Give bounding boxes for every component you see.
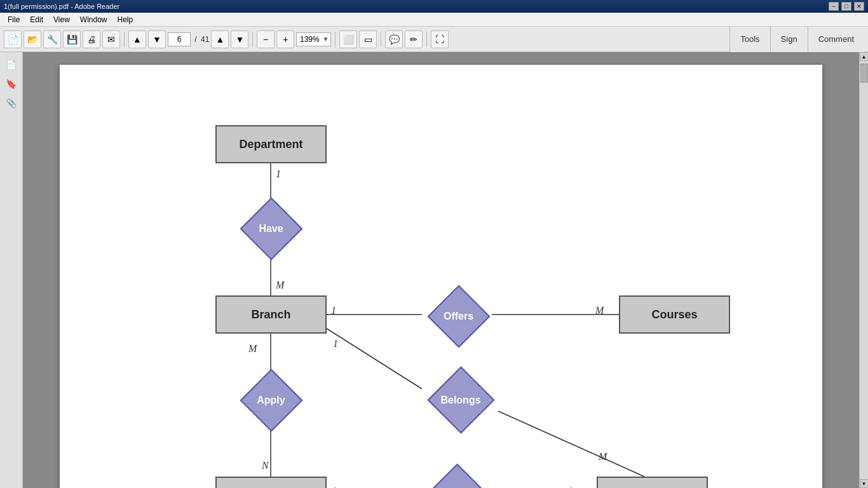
card-branch-belongs-1: 1: [333, 338, 338, 349]
properties-button[interactable]: 🔧: [43, 30, 61, 48]
first-page-button[interactable]: ▲: [128, 30, 146, 48]
title-bar-controls: − □ ✕: [829, 2, 864, 11]
scroll-down-button[interactable]: ▼: [860, 479, 869, 488]
card-belongs-student-m: M: [599, 451, 607, 463]
separator-2: [252, 32, 253, 47]
er-lines: [60, 65, 822, 488]
card-offers-courses-m: M: [595, 305, 604, 316]
separator-5: [426, 32, 427, 47]
card-applicant-selected-1: 1: [332, 485, 337, 488]
comment-panel-button[interactable]: Comment: [808, 27, 864, 52]
entity-courses: Courses: [619, 295, 730, 334]
zoom-control[interactable]: ▼: [296, 32, 331, 46]
menu-bar: File Edit View Window Help: [0, 13, 868, 27]
scroll-up-button[interactable]: ▲: [860, 52, 869, 61]
toolbar-right: Tools Sign Comment: [729, 27, 864, 52]
fit-page-button[interactable]: ⬜: [339, 30, 357, 48]
tools-button[interactable]: Tools: [729, 27, 770, 52]
fit-width-button[interactable]: ▭: [359, 30, 377, 48]
open-file-button[interactable]: 📂: [24, 30, 41, 48]
page-separator: /: [193, 35, 199, 44]
pdf-page: Department Branch Courses Applicant Stud…: [60, 65, 822, 488]
rel-belongs: Belongs: [419, 376, 502, 424]
card-branch-offers-1: 1: [331, 305, 336, 316]
left-sidebar: 📄 🔖 📎: [0, 52, 23, 488]
svg-line-9: [498, 411, 644, 477]
entity-department: Department: [215, 125, 327, 163]
zoom-input[interactable]: [297, 35, 322, 44]
zoom-out-button[interactable]: −: [257, 30, 275, 48]
email-button[interactable]: ✉: [102, 30, 120, 48]
entity-branch: Branch: [215, 295, 327, 334]
menu-window[interactable]: Window: [75, 14, 112, 25]
card-selected-student-1: 1: [568, 485, 573, 488]
menu-help[interactable]: Help: [112, 14, 139, 25]
zoom-dropdown-arrow[interactable]: ▼: [322, 36, 330, 43]
comment-button[interactable]: 💬: [385, 30, 403, 48]
menu-edit[interactable]: Edit: [25, 14, 48, 25]
entity-applicant: Applicant: [215, 477, 327, 488]
toolbar: 📄 📂 🔧 💾 🖨 ✉ ▲ ▼ 6 / 41 ▲ ▼ − + ▼ ⬜ ▭ 💬 ✏…: [0, 27, 868, 52]
card-branch-apply-m: M: [248, 343, 257, 355]
separator-4: [381, 32, 381, 47]
minimize-button[interactable]: −: [829, 2, 839, 11]
main-layout: 📄 🔖 📎: [0, 52, 868, 488]
separator-1: [124, 32, 125, 47]
sign-button[interactable]: Sign: [770, 27, 808, 52]
highlight-button[interactable]: ✏: [405, 30, 423, 48]
rel-have: Have: [234, 205, 308, 252]
page-total: 41: [201, 35, 209, 44]
pages-icon[interactable]: 📄: [4, 57, 19, 72]
rel-offers: Offers: [422, 292, 495, 340]
entity-student: Student: [597, 477, 708, 488]
zoom-in-button[interactable]: +: [276, 30, 294, 48]
read-mode-button[interactable]: ⛶: [431, 30, 449, 48]
svg-line-8: [327, 329, 422, 389]
attachments-icon[interactable]: 📎: [4, 95, 19, 111]
save-button[interactable]: 💾: [63, 30, 81, 48]
page-number-input[interactable]: 6: [168, 32, 191, 46]
rel-selected: Selected: [416, 473, 498, 488]
card-apply-applicant-n: N: [262, 460, 269, 471]
last-page-button[interactable]: ▼: [231, 30, 248, 48]
menu-file[interactable]: File: [3, 14, 25, 25]
title-bar: 1(full permission).pdf - Adobe Reader − …: [0, 0, 868, 13]
scroll-track[interactable]: [860, 61, 869, 479]
open-button[interactable]: 📄: [4, 30, 22, 48]
restore-button[interactable]: □: [841, 2, 851, 11]
pdf-area: Department Branch Courses Applicant Stud…: [23, 52, 859, 488]
card-dept-have-1: 1: [276, 168, 281, 180]
separator-3: [335, 32, 336, 47]
bookmarks-icon[interactable]: 🔖: [4, 76, 19, 92]
close-button[interactable]: ✕: [854, 2, 864, 11]
next-page-button[interactable]: ▲: [211, 30, 229, 48]
rel-apply: Apply: [234, 376, 308, 424]
menu-view[interactable]: View: [48, 14, 75, 25]
right-scrollbar: ▲ ▼: [859, 52, 868, 488]
card-have-branch-m: M: [276, 280, 284, 291]
print-button[interactable]: 🖨: [83, 30, 100, 48]
title-bar-title: 1(full permission).pdf - Adobe Reader: [4, 3, 119, 10]
prev-page-button[interactable]: ▼: [148, 30, 166, 48]
scroll-thumb[interactable]: [860, 64, 868, 83]
